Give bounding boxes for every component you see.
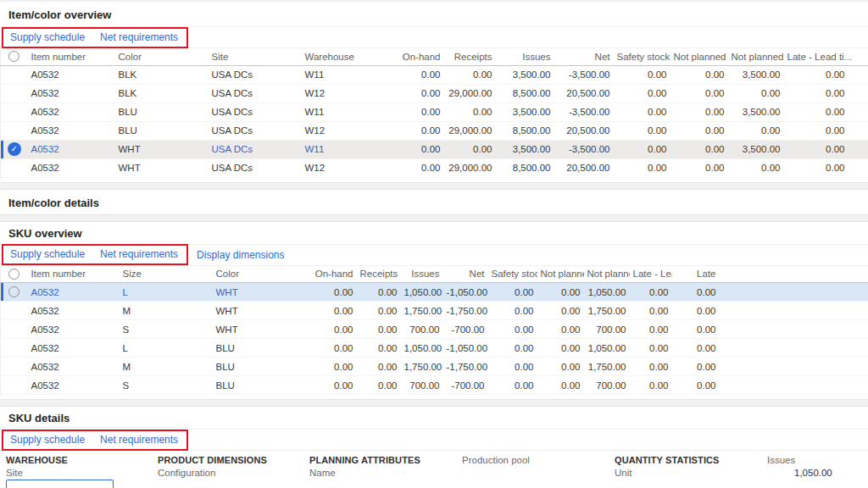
cell-item-number[interactable]: A0532 xyxy=(28,283,120,302)
net-requirements-link[interactable]: Net requirements xyxy=(100,434,178,446)
supply-schedule-link[interactable]: Supply schedule xyxy=(10,434,85,446)
col-header-not-planned[interactable]: Not planned xyxy=(728,48,784,65)
col-header-receipts[interactable]: Receipts xyxy=(444,48,496,65)
col-header-late[interactable]: Late xyxy=(672,266,720,283)
cell-site[interactable]: USA DCs xyxy=(209,140,302,158)
table-row[interactable]: A0532 L BLU 0.00 0.00 1,050.00 -1,050.00… xyxy=(1,339,868,358)
cell-item-number[interactable]: A0532 xyxy=(28,158,115,177)
cell-color[interactable]: BLU xyxy=(213,339,289,358)
table-row[interactable]: A0532 S BLU 0.00 0.00 700.00 -700.00 0.0… xyxy=(1,376,868,395)
col-header-warehouse[interactable]: Warehouse xyxy=(302,48,387,65)
col-header-net[interactable]: Net xyxy=(443,266,488,283)
net-requirements-link[interactable]: Net requirements xyxy=(100,31,178,43)
table-row[interactable]: A0532 BLK USA DCs W11 0.00 0.00 3,500.00… xyxy=(1,65,868,84)
cell-site[interactable]: USA DCs xyxy=(209,84,302,103)
table-row[interactable]: A0532 WHT USA DCs W11 0.00 0.00 3,500.00… xyxy=(1,140,868,158)
cell-spacer xyxy=(720,376,868,395)
cell-warehouse[interactable]: W12 xyxy=(302,121,387,140)
cell-not-planned: 1,750.00 xyxy=(584,302,630,320)
col-header-net[interactable]: Net xyxy=(554,48,614,65)
col-header-on-hand[interactable]: On-hand xyxy=(387,48,444,65)
col-header-issues[interactable]: Issues xyxy=(496,48,554,65)
table-row[interactable]: A0532 M WHT 0.00 0.00 1,750.00 -1,750.00… xyxy=(1,302,868,320)
table-row[interactable]: A0532 WHT USA DCs W12 0.00 29,000.00 8,5… xyxy=(1,158,868,177)
cell-warehouse[interactable]: W11 xyxy=(302,65,387,84)
col-header-late-lead-time[interactable]: Late - Lead ti... xyxy=(784,48,868,65)
col-header-not-planned[interactable]: Not planned xyxy=(584,266,630,283)
table-row[interactable]: A0532 S WHT 0.00 0.00 700.00 -700.00 0.0… xyxy=(1,320,868,339)
table-row[interactable]: A0532 BLK USA DCs W12 0.00 29,000.00 8,5… xyxy=(1,84,868,103)
cell-receipts: 0.00 xyxy=(357,376,401,395)
cell-color[interactable]: WHT xyxy=(213,283,289,302)
cell-color[interactable]: BLU xyxy=(213,358,289,376)
cell-size[interactable]: S xyxy=(120,376,213,395)
cell-not-planned-range: 0.00 xyxy=(670,103,728,121)
cell-warehouse[interactable]: W11 xyxy=(302,140,387,158)
supply-schedule-link[interactable]: Supply schedule xyxy=(10,31,85,43)
cell-issues: 1,750.00 xyxy=(401,302,443,320)
cell-site[interactable]: USA DCs xyxy=(209,158,302,177)
col-header-issues[interactable]: Issues xyxy=(401,266,443,283)
net-requirements-link[interactable]: Net requirements xyxy=(100,248,178,260)
cell-color[interactable]: BLU xyxy=(213,376,289,395)
cell-safety-stock: 0.00 xyxy=(614,140,670,158)
select-all-checkbox-icon[interactable] xyxy=(8,51,19,62)
field-group-product-dimensions: PRODUCT DIMENSIONS Configuration xyxy=(158,455,267,478)
col-header-item-number[interactable]: Item number xyxy=(28,266,120,283)
cell-item-number[interactable]: A0532 xyxy=(28,376,120,395)
table-row[interactable]: A0532 L WHT 0.00 0.00 1,050.00 -1,050.00… xyxy=(1,283,868,302)
table-row[interactable]: A0532 M BLU 0.00 0.00 1,750.00 -1,750.00… xyxy=(1,358,868,376)
cell-item-number[interactable]: A0532 xyxy=(28,103,115,121)
col-header-not-planned-range[interactable]: Not planned -... xyxy=(670,48,728,65)
cell-item-number[interactable]: A0532 xyxy=(28,339,120,358)
cell-size[interactable]: L xyxy=(120,339,213,358)
row-selected-check-icon[interactable] xyxy=(8,142,21,156)
cell-item-number[interactable]: A0532 xyxy=(28,84,115,103)
table-row[interactable]: A0532 BLU USA DCs W11 0.00 0.00 3,500.00… xyxy=(1,103,868,121)
col-header-safety-stock[interactable]: Safety stock xyxy=(614,48,670,65)
section-item-color-details[interactable]: Item/color details xyxy=(0,190,868,214)
cell-size[interactable]: M xyxy=(120,302,213,320)
cell-site[interactable]: USA DCs xyxy=(209,121,302,140)
cell-color[interactable]: WHT xyxy=(213,302,289,320)
col-header-item-number[interactable]: Item number xyxy=(28,48,115,65)
display-dimensions-link[interactable]: Display dimensions xyxy=(197,249,284,261)
name-field-label: Name xyxy=(309,469,420,478)
col-header-not-planned-range[interactable]: Not planned -... xyxy=(537,266,584,283)
cell-site[interactable]: USA DCs xyxy=(209,65,302,84)
cell-size[interactable]: L xyxy=(120,283,213,302)
cell-item-number[interactable]: A0532 xyxy=(28,358,120,376)
cell-color[interactable]: WHT xyxy=(213,320,289,339)
supply-schedule-link[interactable]: Supply schedule xyxy=(10,248,85,260)
cell-on-hand: 0.00 xyxy=(289,320,357,339)
row-radio-icon[interactable] xyxy=(8,286,19,297)
cell-warehouse[interactable]: W12 xyxy=(302,84,387,103)
col-header-site[interactable]: Site xyxy=(209,48,302,65)
toolbar-sku-details: Supply schedule Net requirements xyxy=(0,429,868,451)
select-all-checkbox-icon[interactable] xyxy=(8,269,19,280)
cell-warehouse[interactable]: W11 xyxy=(302,103,387,121)
cell-warehouse[interactable]: W12 xyxy=(302,158,387,177)
col-header-late-lead-time[interactable]: Late - Lead ti... xyxy=(630,266,672,283)
cell-item-number[interactable]: A0532 xyxy=(28,320,120,339)
cell-size[interactable]: S xyxy=(120,320,213,339)
col-header-safety-stock[interactable]: Safety stock xyxy=(488,266,537,283)
cell-item-number[interactable]: A0532 xyxy=(28,65,115,84)
cell-item-number[interactable]: A0532 xyxy=(28,121,115,140)
site-lookup-input[interactable] xyxy=(6,480,114,488)
cell-late-lead-time: 0.00 xyxy=(630,283,672,302)
table-row[interactable]: A0532 BLU USA DCs W12 0.00 29,000.00 8,5… xyxy=(1,121,868,140)
cell-item-number[interactable]: A0532 xyxy=(28,140,115,158)
cell-color: BLU xyxy=(115,103,209,121)
cell-not-planned: 700.00 xyxy=(584,376,630,395)
col-header-receipts[interactable]: Receipts xyxy=(357,266,401,283)
cell-size[interactable]: M xyxy=(120,358,213,376)
cell-site[interactable]: USA DCs xyxy=(209,103,302,121)
col-header-color[interactable]: Color xyxy=(213,266,289,283)
col-header-on-hand[interactable]: On-hand xyxy=(289,266,357,283)
col-header-color[interactable]: Color xyxy=(115,48,209,65)
cell-issues: 1,750.00 xyxy=(401,358,443,376)
cell-color: BLK xyxy=(115,84,209,103)
cell-item-number[interactable]: A0532 xyxy=(28,302,120,320)
col-header-size[interactable]: Size xyxy=(120,266,213,283)
